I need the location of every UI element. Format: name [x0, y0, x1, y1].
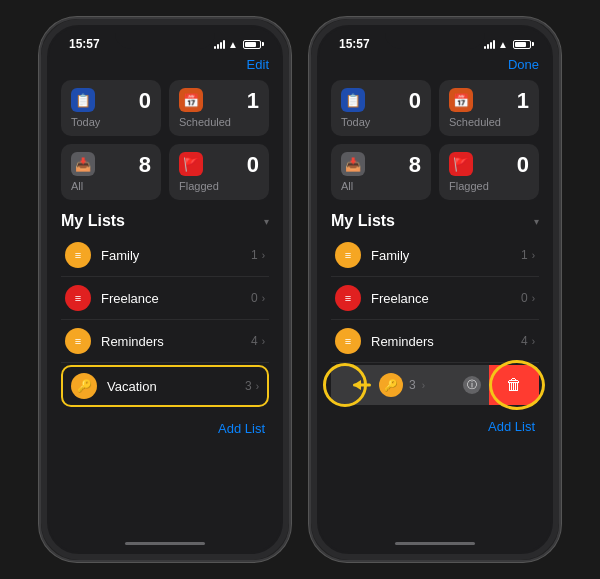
today-card-right[interactable]: 📋 0 Today — [331, 80, 431, 136]
trash-icon: 🗑 — [506, 376, 522, 394]
list-item-vacation-left[interactable]: 🔑 Vacation 3 › — [61, 365, 269, 407]
time-right: 15:57 — [339, 37, 370, 51]
today-icon-right: 📋 — [341, 88, 365, 112]
list-item-reminders-left[interactable]: ≡ Reminders 4 › — [61, 320, 269, 363]
all-icon-right: 📥 — [341, 152, 365, 176]
home-bar-right — [319, 534, 551, 552]
add-list-label-right[interactable]: Add List — [488, 419, 535, 434]
flagged-card-right[interactable]: 🚩 0 Flagged — [439, 144, 539, 200]
all-icon-left: 📥 — [71, 152, 95, 176]
family-icon-right: ≡ — [335, 242, 361, 268]
my-lists-header-right: My Lists ▾ — [331, 212, 539, 230]
flagged-count-left: 0 — [247, 152, 259, 178]
family-icon-left: ≡ — [65, 242, 91, 268]
done-button[interactable]: Done — [508, 57, 539, 72]
today-label-right: Today — [341, 116, 421, 128]
vacation-count-right: 3 — [409, 378, 416, 392]
home-indicator-left — [125, 542, 205, 545]
right-screen: 15:57 ▲ Done 📋 0 — [319, 27, 551, 552]
chevron-down-left: ▾ — [264, 216, 269, 227]
freelance-count-left: 0 — [251, 291, 258, 305]
delete-button[interactable]: 🗑 — [489, 365, 539, 405]
vacation-swipe-container: 🔑 3 › ⓘ 🗑 — [331, 365, 539, 405]
scheduled-card-right[interactable]: 📅 1 Scheduled — [439, 80, 539, 136]
reminders-name-right: Reminders — [371, 334, 521, 349]
left-screen: 15:57 ▲ Edit 📋 0 — [49, 27, 281, 552]
vacation-chevron-left: › — [256, 381, 259, 392]
home-bar-left — [49, 534, 281, 552]
all-label-left: All — [71, 180, 151, 192]
today-count-left: 0 — [139, 88, 151, 114]
battery-left — [243, 40, 261, 49]
smart-lists-grid-right: 📋 0 Today 📅 1 Scheduled 📥 8 — [331, 80, 539, 200]
today-icon-left: 📋 — [71, 88, 95, 112]
scheduled-count-right: 1 — [517, 88, 529, 114]
vacation-swipe-row: 🔑 3 › ⓘ 🗑 — [331, 365, 539, 405]
info-icon[interactable]: ⓘ — [463, 376, 481, 394]
left-arrow-icon — [351, 378, 373, 392]
info-button[interactable]: ⓘ — [459, 365, 489, 405]
wifi-left: ▲ — [228, 39, 238, 50]
scheduled-count-left: 1 — [247, 88, 259, 114]
family-name-right: Family — [371, 248, 521, 263]
notch-right — [385, 27, 485, 49]
family-chevron-right: › — [532, 250, 535, 261]
list-item-family-left[interactable]: ≡ Family 1 › — [61, 234, 269, 277]
status-icons-left: ▲ — [214, 39, 261, 50]
flagged-label-left: Flagged — [179, 180, 259, 192]
add-list-right[interactable]: Add List — [331, 407, 539, 441]
my-lists-title-left: My Lists — [61, 212, 125, 230]
family-name-left: Family — [101, 248, 251, 263]
vacation-name-left: Vacation — [107, 379, 245, 394]
signal-left — [214, 40, 225, 49]
all-card-right[interactable]: 📥 8 All — [331, 144, 431, 200]
edit-button[interactable]: Edit — [247, 57, 269, 72]
reminders-chevron-left: › — [262, 336, 265, 347]
left-screen-content: Edit 📋 0 Today 📅 1 Scheduled — [49, 55, 281, 534]
freelance-name-right: Freelance — [371, 291, 521, 306]
top-bar-right: Done — [331, 55, 539, 80]
right-screen-content: Done 📋 0 Today 📅 1 Scheduled — [319, 55, 551, 534]
signal-right — [484, 40, 495, 49]
scheduled-icon-left: 📅 — [179, 88, 203, 112]
vacation-icon-left: 🔑 — [71, 373, 97, 399]
freelance-icon-right: ≡ — [335, 285, 361, 311]
list-item-freelance-left[interactable]: ≡ Freelance 0 › — [61, 277, 269, 320]
vacation-count-left: 3 — [245, 379, 252, 393]
chevron-down-right: ▾ — [534, 216, 539, 227]
freelance-chevron-left: › — [262, 293, 265, 304]
vacation-swipe-content: 🔑 3 › — [331, 365, 459, 405]
all-label-right: All — [341, 180, 421, 192]
all-count-right: 8 — [409, 152, 421, 178]
home-indicator-right — [395, 542, 475, 545]
scheduled-card-left[interactable]: 📅 1 Scheduled — [169, 80, 269, 136]
reminders-icon-right: ≡ — [335, 328, 361, 354]
my-lists-header-left: My Lists ▾ — [61, 212, 269, 230]
time-left: 15:57 — [69, 37, 100, 51]
freelance-chevron-right: › — [532, 293, 535, 304]
reminders-count-left: 4 — [251, 334, 258, 348]
flagged-card-left[interactable]: 🚩 0 Flagged — [169, 144, 269, 200]
svg-rect-1 — [353, 384, 371, 387]
list-item-family-right[interactable]: ≡ Family 1 › — [331, 234, 539, 277]
smart-lists-grid-left: 📋 0 Today 📅 1 Scheduled 📥 8 — [61, 80, 269, 200]
today-count-right: 0 — [409, 88, 421, 114]
flagged-label-right: Flagged — [449, 180, 529, 192]
notch — [115, 27, 215, 49]
battery-right — [513, 40, 531, 49]
all-card-left[interactable]: 📥 8 All — [61, 144, 161, 200]
today-card-left[interactable]: 📋 0 Today — [61, 80, 161, 136]
reminders-name-left: Reminders — [101, 334, 251, 349]
freelance-name-left: Freelance — [101, 291, 251, 306]
list-item-reminders-right[interactable]: ≡ Reminders 4 › — [331, 320, 539, 363]
reminders-icon-left: ≡ — [65, 328, 91, 354]
list-item-freelance-right[interactable]: ≡ Freelance 0 › — [331, 277, 539, 320]
status-icons-right: ▲ — [484, 39, 531, 50]
scheduled-icon-right: 📅 — [449, 88, 473, 112]
add-list-label-left[interactable]: Add List — [218, 421, 265, 436]
add-list-left[interactable]: Add List — [61, 409, 269, 443]
family-count-left: 1 — [251, 248, 258, 262]
left-phone: 15:57 ▲ Edit 📋 0 — [39, 17, 291, 562]
scheduled-label-left: Scheduled — [179, 116, 259, 128]
flagged-count-right: 0 — [517, 152, 529, 178]
